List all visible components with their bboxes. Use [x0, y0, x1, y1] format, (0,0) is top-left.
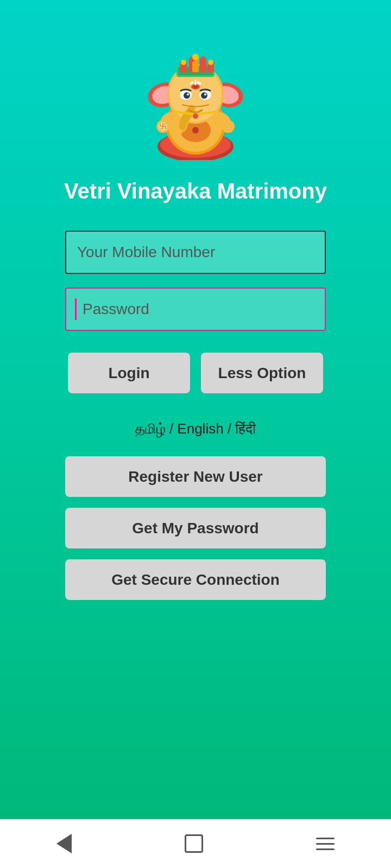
recents-button[interactable] [316, 838, 335, 850]
password-wrapper [65, 288, 326, 331]
main-container: 卐 [0, 0, 391, 819]
app-logo: 卐 [136, 43, 255, 163]
mobile-input[interactable] [65, 231, 326, 274]
svg-point-46 [193, 113, 198, 119]
svg-text:卐: 卐 [160, 123, 166, 130]
svg-point-15 [222, 120, 235, 133]
home-button[interactable] [185, 834, 203, 853]
svg-point-34 [208, 60, 213, 65]
secure-connection-button[interactable]: Get Secure Connection [65, 559, 326, 600]
cursor-indicator [75, 298, 77, 320]
svg-point-36 [193, 85, 198, 88]
app-title: Vetri Vinayaka Matrimony [64, 179, 327, 203]
android-nav-bar [0, 819, 391, 868]
svg-point-39 [187, 93, 189, 95]
less-option-button[interactable]: Less Option [201, 353, 323, 393]
action-buttons-row: Login Less Option [68, 353, 323, 393]
svg-point-10 [192, 127, 199, 133]
svg-point-42 [204, 93, 206, 95]
register-button[interactable]: Register New User [65, 456, 326, 497]
language-selector[interactable]: தமிழ் / English / हिंदी [135, 420, 256, 437]
password-input[interactable] [65, 288, 326, 331]
svg-point-38 [184, 92, 190, 99]
svg-point-33 [200, 56, 206, 62]
svg-point-30 [181, 60, 186, 65]
get-password-button[interactable]: Get My Password [65, 508, 326, 548]
svg-point-32 [192, 54, 199, 60]
login-button[interactable]: Login [68, 353, 190, 393]
svg-point-41 [201, 92, 207, 99]
back-button[interactable] [56, 834, 72, 853]
